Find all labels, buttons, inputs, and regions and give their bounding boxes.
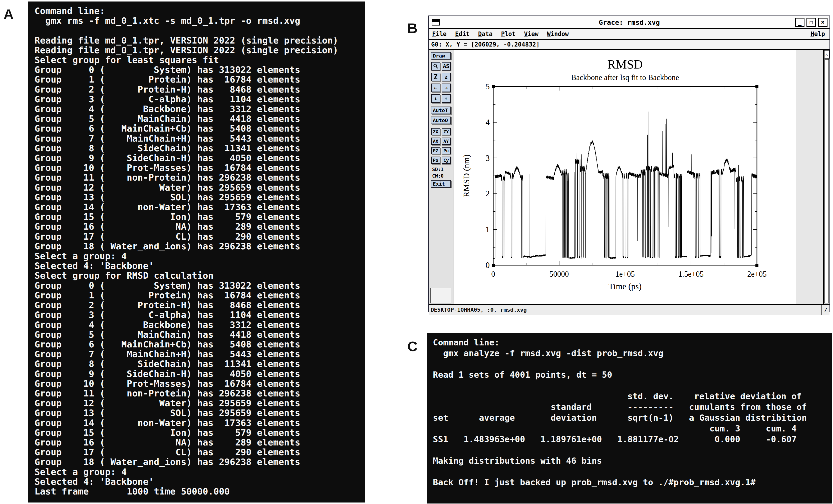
canvas-page-edge bbox=[796, 50, 823, 304]
resize-handle-icon[interactable]: / bbox=[822, 305, 830, 315]
svg-text:2e+05: 2e+05 bbox=[747, 270, 767, 279]
grace-titlebar[interactable]: Grace: rmsd.xvg _ ☐ × bbox=[429, 16, 830, 29]
menu-plot[interactable]: Plot bbox=[501, 30, 516, 38]
terminal-gmx-rms: Command line: gmx rms -f md_0_1.xtc -s m… bbox=[28, 1, 365, 503]
toolbar-spacer-box bbox=[430, 288, 451, 304]
cw-status-label: CW:0 bbox=[429, 173, 444, 178]
panel-label-b: B bbox=[407, 20, 418, 36]
zx-button[interactable]: ZX bbox=[431, 128, 440, 135]
grace-window: Grace: rmsd.xvg _ ☐ × File Edit Data Plo… bbox=[428, 16, 830, 312]
menu-data[interactable]: Data bbox=[478, 30, 493, 38]
menu-file[interactable]: File bbox=[432, 30, 447, 38]
panel-label-c: C bbox=[407, 338, 418, 355]
menu-edit[interactable]: Edit bbox=[455, 30, 470, 38]
pan-right-button[interactable]: → bbox=[442, 83, 451, 92]
svg-text:1.5e+05: 1.5e+05 bbox=[679, 270, 704, 279]
grace-toolbar: Draw AS Z z ← → bbox=[429, 50, 453, 304]
menu-help[interactable]: Help bbox=[810, 30, 825, 38]
svg-text:2: 2 bbox=[485, 189, 490, 198]
po-button[interactable]: Po bbox=[431, 157, 440, 164]
svg-text:Backbone after lsq fit to Back: Backbone after lsq fit to Backbone bbox=[571, 73, 679, 82]
svg-text:RMSD (nm): RMSD (nm) bbox=[462, 154, 471, 197]
pan-left-button[interactable]: ← bbox=[431, 83, 440, 92]
svg-text:5: 5 bbox=[485, 82, 490, 91]
cy-button[interactable]: Cy bbox=[442, 157, 451, 164]
pz-button[interactable]: PZ bbox=[431, 147, 440, 154]
svg-text:RMSD: RMSD bbox=[607, 57, 643, 71]
terminal-gmx-rms-output: Command line: gmx rms -f md_0_1.xtc -s m… bbox=[34, 6, 365, 496]
autot-button[interactable]: AutoT bbox=[431, 106, 451, 114]
autoscale-button[interactable]: AS bbox=[442, 62, 451, 71]
draw-button[interactable]: Draw bbox=[431, 52, 451, 59]
terminal-gmx-analyze: Command line: gmx analyze -f rmsd.xvg -d… bbox=[427, 333, 832, 504]
scroll-up-icon[interactable]: △ bbox=[824, 50, 830, 58]
sd-status-label: SD:1 bbox=[429, 167, 444, 172]
window-title: Grace: rmsd.xvg bbox=[429, 19, 830, 26]
statusbar-text: DESKTOP-1OHHA05, :0, rmsd.xvg bbox=[429, 307, 527, 313]
zy-button[interactable]: ZY bbox=[442, 128, 451, 135]
pu-button[interactable]: Pu bbox=[442, 147, 451, 154]
panel-label-a: A bbox=[3, 6, 14, 22]
locator-text: G0: X, Y = [206029, -0.204832] bbox=[429, 41, 540, 48]
svg-text:1: 1 bbox=[485, 225, 490, 234]
ay-button[interactable]: AY bbox=[442, 138, 451, 145]
svg-text:Time (ps): Time (ps) bbox=[609, 282, 642, 291]
grace-statusbar: DESKTOP-1OHHA05, :0, rmsd.xvg / bbox=[429, 304, 830, 315]
svg-text:0: 0 bbox=[485, 261, 490, 270]
exit-button[interactable]: Exit bbox=[431, 180, 451, 188]
zoom-tool-button[interactable] bbox=[431, 62, 440, 71]
pan-up-button[interactable]: ↑ bbox=[442, 94, 451, 103]
vertical-scrollbar[interactable]: △ bbox=[823, 50, 830, 304]
magnifier-icon bbox=[433, 64, 438, 69]
terminal-gmx-analyze-output: Command line: gmx analyze -f rmsd.xvg -d… bbox=[433, 337, 832, 488]
autoo-button[interactable]: AutoO bbox=[431, 117, 451, 124]
menu-window[interactable]: Window bbox=[547, 30, 569, 38]
figure-page: A B C Command line: gmx rms -f md_0_1.xt… bbox=[0, 0, 833, 504]
scrollbar-track[interactable] bbox=[825, 59, 829, 304]
pan-down-button[interactable]: ↓ bbox=[431, 94, 440, 103]
svg-text:4: 4 bbox=[485, 118, 490, 127]
svg-text:3: 3 bbox=[485, 153, 490, 163]
svg-text:1e+05: 1e+05 bbox=[615, 270, 635, 279]
svg-text:50000: 50000 bbox=[549, 270, 569, 279]
zoom-in-button[interactable]: Z bbox=[431, 73, 440, 81]
ax-button[interactable]: AX bbox=[431, 138, 440, 145]
svg-text:0: 0 bbox=[491, 270, 495, 279]
rmsd-chart: RMSDBackbone after lsq fit to Backbone05… bbox=[453, 50, 796, 304]
locator-bar: G0: X, Y = [206029, -0.204832] bbox=[429, 40, 830, 50]
plot-canvas: RMSDBackbone after lsq fit to Backbone05… bbox=[453, 50, 796, 304]
grace-menubar: File Edit Data Plot View Window Help bbox=[429, 29, 830, 40]
zoom-out-button[interactable]: z bbox=[442, 73, 451, 81]
menu-view[interactable]: View bbox=[524, 30, 539, 38]
